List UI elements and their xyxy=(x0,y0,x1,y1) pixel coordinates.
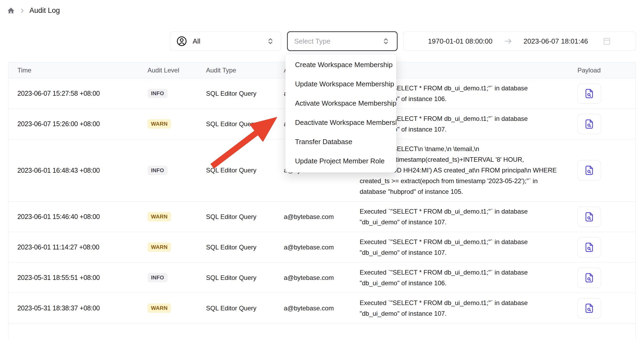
page-title: Audit Log xyxy=(29,6,60,15)
payload-cell xyxy=(577,237,635,257)
view-payload-button[interactable] xyxy=(577,298,601,318)
comment-text: Executed `"SELECT * FROM db_ui_demo.t1;"… xyxy=(360,298,562,319)
file-search-icon xyxy=(584,242,595,253)
audit-type-cell: SQL Editor Query xyxy=(206,244,284,251)
comment-cell: Executed `"SELECT * FROM db_ui_demo.t1;"… xyxy=(360,298,577,319)
audit-level-badge: WARN xyxy=(148,242,171,252)
audit-level-cell: WARN xyxy=(148,212,206,221)
comment-cell: Executed `"SELECT * FROM db_ui_demo.t1;"… xyxy=(360,237,577,258)
audit-level-cell: INFO xyxy=(148,166,206,175)
col-payload: Payload xyxy=(577,67,635,74)
view-payload-button[interactable] xyxy=(577,268,601,288)
file-search-icon xyxy=(584,211,595,222)
actor-filter-select[interactable]: All xyxy=(170,32,281,51)
type-filter-placeholder: Select Type xyxy=(294,37,330,45)
time-cell: 2023-06-07 15:26:00 +08:00 xyxy=(17,120,148,128)
time-cell: 2023-06-01 15:46:40 +08:00 xyxy=(17,213,148,221)
file-search-icon xyxy=(584,88,595,99)
actor-cell: a@bytebase.com xyxy=(284,213,360,221)
col-time: Time xyxy=(17,67,148,74)
audit-level-badge: WARN xyxy=(148,119,171,129)
type-dropdown-option[interactable]: Create Workspace Membership xyxy=(285,55,396,74)
table-row: 2023-05-31 18:38:37 +08:00 WARN SQL Edit… xyxy=(9,293,635,323)
audit-type-cell: SQL Editor Query xyxy=(206,274,284,282)
type-dropdown-option[interactable]: Update Workspace Membership xyxy=(285,74,396,94)
breadcrumb: Audit Log xyxy=(7,6,60,15)
audit-type-cell: SQL Editor Query xyxy=(206,120,284,128)
col-audit-type: Audit Type xyxy=(206,67,284,74)
view-payload-button[interactable] xyxy=(577,237,601,257)
date-range-picker[interactable]: 1970-01-01 08:00:00 2023-06-07 18:01:46 xyxy=(404,32,636,51)
type-dropdown-option[interactable]: Update Project Member Role xyxy=(285,151,396,171)
arrow-right-icon xyxy=(503,36,513,46)
time-cell: 2023-05-31 18:55:51 +08:00 xyxy=(17,274,148,282)
comment-text: Executed `"SELECT * FROM db_ui_demo.t1;"… xyxy=(360,206,562,228)
audit-level-badge: INFO xyxy=(148,166,168,175)
comment-text: Executed `"SELECT * FROM db_ui_demo.t1;"… xyxy=(360,237,562,258)
time-cell: 2023-06-01 16:48:43 +08:00 xyxy=(17,167,148,174)
payload-cell xyxy=(577,268,635,288)
payload-cell xyxy=(577,160,635,180)
actor-cell: a@bytebase.com xyxy=(284,274,360,282)
audit-type-cell: SQL Editor Query xyxy=(206,167,284,174)
table-row: 2023-06-01 15:46:40 +08:00 WARN SQL Edit… xyxy=(9,202,635,232)
payload-cell xyxy=(577,114,635,134)
audit-level-cell: WARN xyxy=(148,119,206,129)
type-dropdown-list: Create Workspace MembershipUpdate Worksp… xyxy=(285,55,396,171)
audit-level-badge: INFO xyxy=(148,89,168,98)
audit-type-cell: SQL Editor Query xyxy=(206,90,284,97)
chevron-updown-icon xyxy=(266,37,275,46)
file-search-icon xyxy=(584,272,595,283)
chevron-updown-icon xyxy=(381,37,390,46)
comment-text: Executed `"SELECT * FROM db_ui_demo.t1;"… xyxy=(360,267,562,288)
col-audit-level: Audit Level xyxy=(148,67,206,74)
comment-cell: Executed `"SELECT * FROM db_ui_demo.t1;"… xyxy=(360,267,577,288)
audit-level-cell: WARN xyxy=(148,303,206,313)
view-payload-button[interactable] xyxy=(577,114,601,134)
time-cell: 2023-05-31 18:38:37 +08:00 xyxy=(17,304,148,312)
date-range-end: 2023-06-07 18:01:46 xyxy=(523,37,588,45)
view-payload-button[interactable] xyxy=(577,160,601,180)
time-cell: 2023-06-01 11:14:27 +08:00 xyxy=(17,243,148,251)
payload-cell xyxy=(577,83,635,104)
type-dropdown-option[interactable]: Activate Workspace Membership xyxy=(285,94,396,113)
payload-cell xyxy=(577,207,635,227)
home-icon[interactable] xyxy=(7,7,15,15)
file-search-icon xyxy=(584,118,595,130)
file-search-icon xyxy=(584,165,595,176)
table-row: 2023-05-31 18:55:51 +08:00 INFO SQL Edit… xyxy=(9,263,635,293)
calendar-icon xyxy=(602,37,611,46)
view-payload-button[interactable] xyxy=(577,83,601,104)
type-filter-select[interactable]: Select Type xyxy=(287,31,398,51)
actor-filter-value: All xyxy=(193,37,200,45)
audit-type-cell: SQL Editor Query xyxy=(206,305,284,312)
table-row-partial xyxy=(9,323,635,334)
table-row: 2023-06-01 11:14:27 +08:00 WARN SQL Edit… xyxy=(9,232,635,263)
chevron-right-icon xyxy=(19,8,25,14)
audit-level-badge: INFO xyxy=(148,273,168,282)
actor-cell: a@bytebase.com xyxy=(284,305,360,312)
time-cell: 2023-06-07 15:27:58 +08:00 xyxy=(17,90,148,97)
user-circle-icon xyxy=(176,36,187,47)
audit-type-cell: SQL Editor Query xyxy=(206,213,284,221)
audit-level-badge: WARN xyxy=(148,303,171,313)
audit-level-cell: INFO xyxy=(148,89,206,98)
actor-cell: a@bytebase.com xyxy=(284,244,360,251)
filter-bar: All Select Type 1970-01-01 08:00:00 2023… xyxy=(170,32,636,51)
view-payload-button[interactable] xyxy=(577,207,601,227)
comment-cell: Executed `"SELECT * FROM db_ui_demo.t1;"… xyxy=(360,206,577,228)
audit-level-badge: WARN xyxy=(148,212,171,221)
payload-cell xyxy=(577,298,635,318)
audit-level-cell: WARN xyxy=(148,242,206,252)
audit-level-cell: INFO xyxy=(148,273,206,282)
file-search-icon xyxy=(584,303,595,314)
date-range-start: 1970-01-01 08:00:00 xyxy=(428,37,492,45)
type-dropdown-menu: Create Workspace MembershipUpdate Worksp… xyxy=(285,54,396,172)
type-dropdown-option[interactable]: Deactivate Workspace Membership xyxy=(285,113,396,132)
type-dropdown-option[interactable]: Transfer Database xyxy=(285,132,396,151)
